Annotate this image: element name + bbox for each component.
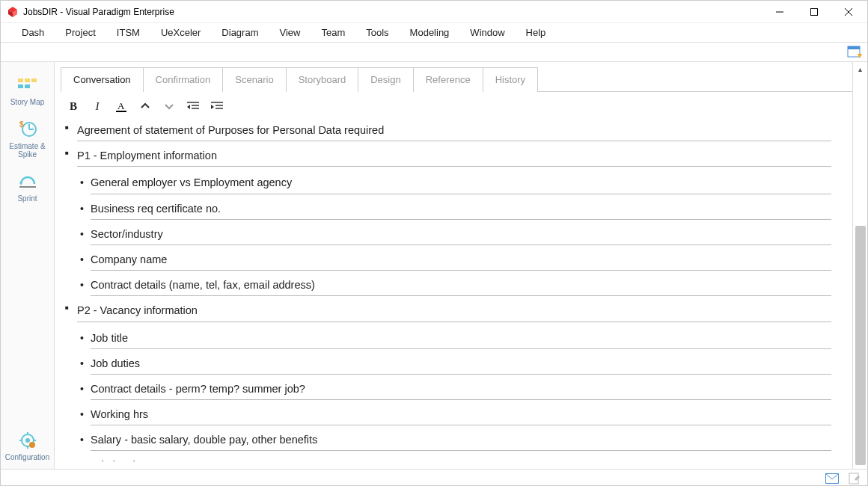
rail-label: Configuration xyxy=(5,453,49,461)
menu-window[interactable]: Window xyxy=(459,24,515,41)
note-line[interactable]: Job title xyxy=(91,330,831,349)
content: Conversation Confirmation Scenario Story… xyxy=(55,62,867,469)
tab-confirmation[interactable]: Confirmation xyxy=(143,67,224,92)
list-item: Edu level xyxy=(91,457,831,461)
note-icon[interactable] xyxy=(848,472,861,485)
menu-itsm[interactable]: ITSM xyxy=(106,24,150,41)
rail-label: Story Map xyxy=(10,98,45,106)
menu-view[interactable]: View xyxy=(269,24,311,41)
gear-icon xyxy=(18,431,37,450)
right-gutter: ▴ xyxy=(852,62,867,469)
mail-icon[interactable] xyxy=(825,472,839,485)
rail-story-map[interactable]: Story Map xyxy=(1,70,54,114)
scrollbar-track[interactable] xyxy=(855,76,867,466)
tab-conversation[interactable]: Conversation xyxy=(61,67,144,92)
menu-dash[interactable]: Dash xyxy=(11,24,55,41)
list-item: Agreement of statement of Purposes for P… xyxy=(77,122,831,141)
note-line[interactable]: P1 - Employment information xyxy=(77,147,831,167)
note-line[interactable]: Company name xyxy=(91,251,831,271)
sprint-icon xyxy=(18,172,37,191)
list-item: Sector/industry xyxy=(91,226,831,245)
expand-icon[interactable] xyxy=(162,99,176,113)
collapse-icon[interactable] xyxy=(138,99,152,113)
svg-rect-13 xyxy=(18,84,23,88)
list-item: P1 - Employment information General empl… xyxy=(77,147,831,296)
app-icon xyxy=(7,6,19,18)
svg-point-22 xyxy=(25,438,30,443)
italic-button[interactable]: I xyxy=(91,99,104,113)
conversation-tabs: Conversation Confirmation Scenario Story… xyxy=(61,67,852,92)
menu-team[interactable]: Team xyxy=(311,24,355,41)
note-line[interactable]: Working hrs xyxy=(91,406,831,425)
note-line[interactable]: Contract details - perm? temp? summer jo… xyxy=(91,381,831,400)
rail-label: Estimate & Spike xyxy=(2,142,52,159)
svg-marker-37 xyxy=(211,105,214,109)
statusbar xyxy=(1,469,867,486)
bold-button[interactable]: B xyxy=(67,99,80,113)
note-line[interactable]: Agreement of statement of Purposes for P… xyxy=(77,122,831,141)
list-item: Salary - basic salary, double pay, other… xyxy=(91,431,831,451)
svg-rect-4 xyxy=(811,8,818,15)
maximize-button[interactable] xyxy=(797,1,831,23)
menu-project[interactable]: Project xyxy=(55,24,106,41)
window-title: JobsDIR - Visual Paradigm Enterprise xyxy=(23,7,174,17)
left-rail: Story Map $ Estimate & Spike xyxy=(1,62,55,469)
rail-sprint[interactable]: Sprint xyxy=(1,166,54,210)
svg-rect-11 xyxy=(25,79,30,82)
rail-configuration[interactable]: Configuration xyxy=(1,425,54,469)
list-item: Company name xyxy=(91,251,831,271)
svg-marker-19 xyxy=(19,182,22,185)
svg-text:$: $ xyxy=(19,120,24,129)
note-line[interactable]: Sector/industry xyxy=(91,226,831,245)
note-body[interactable]: Agreement of statement of Purposes for P… xyxy=(61,119,852,461)
tab-storyboard[interactable]: Storyboard xyxy=(286,67,359,92)
svg-rect-10 xyxy=(18,79,23,82)
tab-design[interactable]: Design xyxy=(358,67,413,92)
indent-button[interactable] xyxy=(210,99,224,113)
list-item: Contract details - perm? temp? summer jo… xyxy=(91,381,831,400)
switch-diagram-icon[interactable] xyxy=(846,45,863,60)
list-item: Job duties xyxy=(91,355,831,375)
rail-label: Sprint xyxy=(17,194,37,203)
toolstrip xyxy=(1,43,867,62)
svg-point-27 xyxy=(29,442,35,448)
story-map-icon xyxy=(16,76,39,95)
list-item: Contract details (name, tel, fax, email … xyxy=(91,277,831,296)
main-area: Story Map $ Estimate & Spike xyxy=(1,62,867,469)
outdent-button[interactable] xyxy=(186,99,200,113)
close-button[interactable] xyxy=(831,1,866,23)
format-toolbar: B I A xyxy=(61,92,852,119)
note-line[interactable]: Salary - basic salary, double pay, other… xyxy=(91,431,831,451)
note-line[interactable]: P2 - Vacancy information xyxy=(77,302,831,322)
estimate-icon: $ xyxy=(18,120,37,139)
tab-scenario[interactable]: Scenario xyxy=(222,67,286,92)
list-item: P2 - Vacancy information Job title Job d… xyxy=(77,302,831,461)
font-color-button[interactable]: A xyxy=(114,99,128,113)
list-item: General employer vs Employment agency xyxy=(91,174,831,194)
menu-modeling[interactable]: Modeling xyxy=(400,24,460,41)
svg-text:A: A xyxy=(117,100,125,111)
minimize-button[interactable] xyxy=(762,1,797,23)
note-line[interactable]: General employer vs Employment agency xyxy=(91,174,831,194)
note-line[interactable]: Job duties xyxy=(91,355,831,375)
menu-tools[interactable]: Tools xyxy=(355,24,399,41)
scrollbar-thumb[interactable] xyxy=(855,226,866,465)
menu-help[interactable]: Help xyxy=(516,24,557,41)
list-item: Business req certificate no. xyxy=(91,200,831,220)
menubar: Dash Project ITSM UeXceler Diagram View … xyxy=(1,23,867,43)
note-line[interactable]: Edu level xyxy=(91,457,831,461)
tab-reference[interactable]: Reference xyxy=(413,67,483,92)
svg-rect-14 xyxy=(25,84,30,88)
svg-rect-8 xyxy=(848,46,860,49)
note-line[interactable]: Contract details (name, tel, fax, email … xyxy=(91,277,831,296)
titlebar: JobsDIR - Visual Paradigm Enterprise xyxy=(1,1,867,23)
svg-marker-33 xyxy=(187,105,190,109)
rail-estimate-spike[interactable]: $ Estimate & Spike xyxy=(1,114,54,166)
note-line[interactable]: Business req certificate no. xyxy=(91,200,831,220)
menu-uexceler[interactable]: UeXceler xyxy=(150,24,211,41)
svg-rect-12 xyxy=(31,79,37,82)
scroll-up-icon[interactable]: ▴ xyxy=(858,65,862,73)
menu-diagram[interactable]: Diagram xyxy=(211,24,269,41)
editor-area: Conversation Confirmation Scenario Story… xyxy=(55,62,852,469)
tab-history[interactable]: History xyxy=(483,67,538,92)
